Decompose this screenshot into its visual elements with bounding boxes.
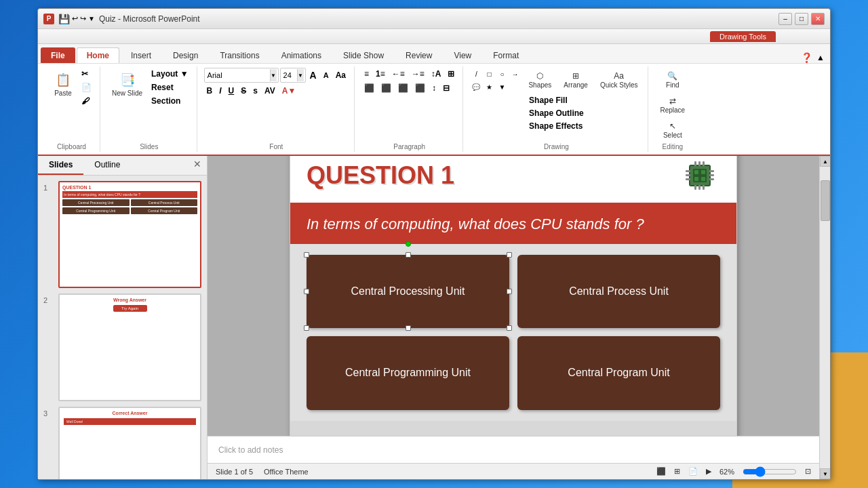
- handle-tl[interactable]: [304, 252, 309, 258]
- font-size-dropdown[interactable]: ▼: [297, 69, 304, 81]
- answer-button-1[interactable]: Central Processing Unit: [307, 255, 509, 328]
- shape-line[interactable]: /: [470, 68, 482, 80]
- decrease-indent-button[interactable]: ←≡: [389, 68, 408, 80]
- shape-fill-button[interactable]: Shape Fill: [526, 94, 587, 106]
- new-slide-button[interactable]: 📑 New Slide: [107, 68, 147, 107]
- line-spacing-button[interactable]: ↕: [429, 82, 439, 94]
- redo-icon[interactable]: ↪: [80, 14, 86, 23]
- slide-thumb-2[interactable]: 2 Wrong Answer Try Again: [43, 293, 201, 401]
- slide-sorter-btn[interactable]: ⊞: [674, 467, 680, 476]
- answer-button-3[interactable]: Central Programming Unit: [307, 336, 509, 409]
- handle-ml[interactable]: [304, 289, 309, 294]
- close-button[interactable]: ✕: [811, 13, 825, 25]
- strikethrough-button[interactable]: S: [238, 85, 249, 97]
- quick-save-icon[interactable]: 💾: [58, 14, 70, 24]
- quick-access-dropdown[interactable]: ▼: [88, 15, 95, 22]
- bold-button[interactable]: B: [204, 85, 216, 97]
- handle-br[interactable]: [507, 325, 512, 331]
- align-left-button[interactable]: ⬛: [361, 82, 377, 94]
- tab-transitions[interactable]: Transitions: [210, 47, 269, 63]
- handle-tm[interactable]: [406, 252, 411, 258]
- canvas-scroll[interactable]: QUESTION 1: [208, 156, 819, 436]
- tab-home[interactable]: Home: [77, 47, 119, 63]
- char-spacing-button[interactable]: AV: [262, 85, 278, 97]
- font-color-button[interactable]: A▼: [279, 85, 299, 97]
- font-shrink-button[interactable]: A: [321, 70, 332, 81]
- slide-thumb-3[interactable]: 3 Correct Answer Well Done!: [43, 407, 201, 480]
- numbering-button[interactable]: 1≡: [373, 68, 388, 80]
- tab-view[interactable]: View: [443, 47, 481, 63]
- rotate-handle[interactable]: [406, 241, 411, 247]
- reading-view-btn[interactable]: 📄: [688, 467, 698, 476]
- scroll-thumb[interactable]: [821, 180, 830, 221]
- shape-star[interactable]: ★: [483, 81, 495, 93]
- slides-tab-outline[interactable]: Outline: [83, 156, 131, 175]
- columns-button[interactable]: ⊞: [445, 68, 457, 80]
- increase-indent-button[interactable]: →≡: [409, 68, 427, 80]
- handle-bl[interactable]: [304, 325, 309, 331]
- notes-area[interactable]: Click to add notes: [208, 436, 819, 463]
- undo-icon[interactable]: ↩: [72, 14, 78, 23]
- find-button[interactable]: 🔍 Find: [655, 68, 690, 92]
- shape-effects-button[interactable]: Shape Effects: [526, 120, 587, 132]
- maximize-button[interactable]: □: [795, 13, 808, 25]
- font-dropdown-arrow[interactable]: ▼: [270, 69, 277, 81]
- arrange-button[interactable]: ⊞ Arrange: [559, 68, 593, 92]
- reset-button[interactable]: Reset: [149, 81, 191, 94]
- shadow-button[interactable]: s: [250, 85, 260, 97]
- shapes-button[interactable]: ⬡ Shapes: [524, 68, 556, 92]
- copy-button[interactable]: 📄: [79, 81, 94, 94]
- shape-outline-button[interactable]: Shape Outline: [526, 107, 587, 119]
- tab-review[interactable]: Review: [395, 47, 442, 63]
- help-icon[interactable]: ❓: [801, 52, 812, 63]
- handle-bm[interactable]: [406, 325, 411, 331]
- shape-callout[interactable]: 💬: [470, 81, 482, 93]
- tab-format[interactable]: Format: [483, 47, 529, 63]
- slide-preview-3[interactable]: Correct Answer Well Done!: [58, 407, 201, 480]
- scroll-down-btn[interactable]: ▼: [820, 468, 830, 479]
- clear-format-button[interactable]: Aa: [333, 69, 349, 81]
- tab-insert[interactable]: Insert: [121, 47, 161, 63]
- fit-to-window-btn[interactable]: ⊡: [805, 467, 811, 476]
- select-button[interactable]: ↖ Select: [655, 118, 690, 142]
- layout-button[interactable]: Layout ▼: [149, 68, 191, 80]
- normal-view-btn[interactable]: ⬛: [656, 467, 666, 476]
- cut-button[interactable]: ✂: [79, 68, 94, 80]
- italic-button[interactable]: I: [216, 85, 224, 97]
- align-right-button[interactable]: ⬛: [395, 82, 411, 94]
- slides-tab-slides[interactable]: Slides: [38, 156, 83, 175]
- tab-slideshow[interactable]: Slide Show: [333, 47, 394, 63]
- slide-preview-2[interactable]: Wrong Answer Try Again: [58, 293, 201, 401]
- slideshow-btn[interactable]: ▶: [706, 467, 711, 476]
- justify-button[interactable]: ⬛: [412, 82, 428, 94]
- tab-animations[interactable]: Animations: [271, 47, 332, 63]
- underline-button[interactable]: U: [226, 85, 237, 97]
- handle-tr[interactable]: [507, 252, 512, 258]
- quick-styles-button[interactable]: Aa Quick Styles: [595, 68, 643, 92]
- slide-preview-1[interactable]: QUESTION 1 In terms of computing, what d…: [58, 181, 201, 288]
- zoom-slider[interactable]: [743, 466, 797, 477]
- text-direction-button[interactable]: ↕A: [429, 68, 444, 80]
- slides-panel-close[interactable]: ✕: [188, 156, 207, 175]
- shape-oval[interactable]: ○: [496, 68, 508, 80]
- bullets-button[interactable]: ≡: [361, 68, 372, 80]
- font-name-combo[interactable]: Arial ▼: [204, 68, 279, 83]
- align-center-button[interactable]: ⬛: [378, 82, 394, 94]
- tab-file[interactable]: File: [41, 47, 75, 63]
- scroll-up-btn[interactable]: ▲: [820, 156, 830, 167]
- font-grow-button[interactable]: A: [307, 68, 319, 82]
- minimize-button[interactable]: –: [778, 13, 792, 25]
- slide-thumb-1[interactable]: 1 QUESTION 1 In terms of computing, what…: [43, 181, 201, 288]
- shape-more[interactable]: ▼: [496, 81, 508, 93]
- handle-mr[interactable]: [507, 289, 512, 294]
- columns-button2[interactable]: ⊟: [440, 82, 452, 94]
- format-painter-button[interactable]: 🖌: [79, 95, 94, 107]
- answer-button-2[interactable]: Central Process Unit: [517, 255, 720, 328]
- font-size-combo[interactable]: 24 ▼: [280, 68, 306, 83]
- shape-rect[interactable]: □: [483, 68, 495, 80]
- shape-arrow[interactable]: →: [509, 68, 521, 80]
- ribbon-collapse-icon[interactable]: ▲: [816, 53, 825, 62]
- scroll-track[interactable]: [820, 167, 830, 468]
- section-button[interactable]: Section: [149, 95, 191, 107]
- tab-design[interactable]: Design: [163, 47, 208, 63]
